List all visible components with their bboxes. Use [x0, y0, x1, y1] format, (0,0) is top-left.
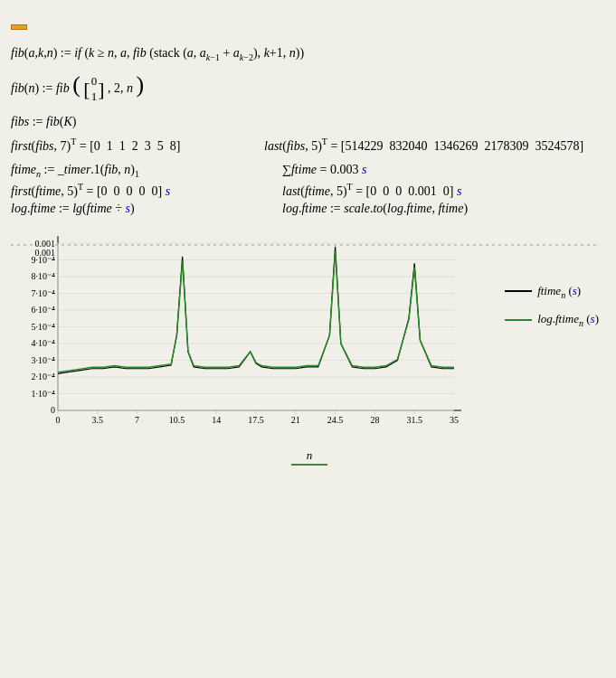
x-axis-label: n	[11, 448, 608, 463]
legend-ftime: ftimen (s)	[505, 284, 599, 300]
ftime-def: ftimen := _timer.1(fib, n)1	[11, 163, 282, 179]
first-ftime-row: first(ftime, 5)T = [0 0 0 0 0] s last(ft…	[11, 182, 605, 199]
chart-legend: ftimen (s) log.ftimen (s)	[505, 284, 599, 341]
legend-log-ftime: log.ftimen (s)	[505, 312, 599, 328]
fibs-def: fibs := fib(K)	[11, 111, 605, 133]
fibs-results-row: first(fibs, 7)T = [0 1 1 2 3 5 8] last(f…	[11, 137, 605, 154]
log-ftime-def1: log.ftime := lg(ftime ÷ s)	[11, 202, 282, 216]
ftime-legend-label: ftimen (s)	[537, 284, 581, 300]
ftime-legend-line	[505, 290, 532, 292]
chart-area: ftimen (s) log.ftimen (s)	[11, 230, 608, 447]
clear-fib-button[interactable]	[11, 24, 27, 30]
log-ftime-legend-label: log.ftimen (s)	[537, 312, 599, 328]
first-ftime: first(ftime, 5)T = [0 0 0 0 0] s	[11, 182, 282, 199]
last-fibs-result: last(fibs, 5)T = [514229 832040 1346269 …	[264, 137, 605, 154]
x-axis-underline	[291, 464, 327, 466]
log-ftime-row: log.ftime := lg(ftime ÷ s) log.ftime := …	[11, 202, 605, 216]
fib-init-def: fib(n) := fib ( [ 0 1 ] , 2, n )	[11, 70, 605, 108]
ftime-def-row: ftimen := _timer.1(fib, n)1 ∑ftime = 0.0…	[11, 163, 605, 179]
first-fibs-result: first(fibs, 7)T = [0 1 1 2 3 5 8]	[11, 137, 246, 154]
fib-recursive-def: fib(a,k,n) := if (k ≥ n, a, fib (stack (…	[11, 42, 605, 66]
chart-container: ftimen (s) log.ftimen (s) n	[11, 230, 608, 466]
last-ftime: last(ftime, 5)T = [0 0 0 0.001 0] s	[282, 182, 605, 199]
log-ftime-def2: log.ftime := scale.to(log.ftime, ftime)	[282, 202, 605, 216]
sum-ftime: ∑ftime = 0.003 s	[282, 163, 605, 179]
log-ftime-legend-line	[505, 319, 532, 321]
